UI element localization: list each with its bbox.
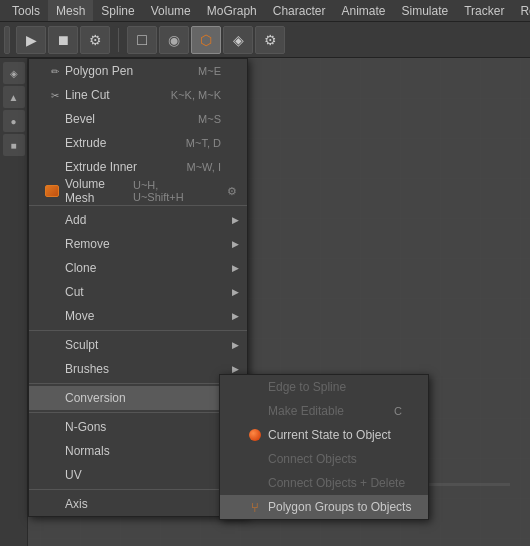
- toolbar-sep-1: [118, 28, 119, 52]
- toolbar-sphere-btn[interactable]: ◉: [159, 26, 189, 54]
- menu-mesh[interactable]: Mesh: [48, 0, 93, 21]
- submenu-polygon-groups[interactable]: ⑂ Polygon Groups to Objects: [220, 495, 428, 519]
- vol-icon: [45, 185, 59, 197]
- menu-bevel[interactable]: Bevel M~S: [29, 107, 247, 131]
- menu-tools[interactable]: Tools: [4, 0, 48, 21]
- fork-icon: ⑂: [251, 500, 259, 515]
- polygon-pen-icon: ✏: [45, 66, 65, 77]
- menu-remove[interactable]: Remove: [29, 232, 247, 256]
- sep-1: [29, 205, 247, 206]
- menu-mograph[interactable]: MoGraph: [199, 0, 265, 21]
- mesh-dropdown: ✏ Polygon Pen M~E ✂ Line Cut K~K, M~K Be…: [28, 58, 248, 517]
- toolbar-gear-btn[interactable]: ⚙: [255, 26, 285, 54]
- menu-spline[interactable]: Spline: [93, 0, 142, 21]
- sep-5: [29, 489, 247, 490]
- sep-3: [29, 383, 247, 384]
- sidebar-icon-scale[interactable]: ■: [3, 134, 25, 156]
- sidebar-icon-rotate[interactable]: ●: [3, 110, 25, 132]
- submenu-current-state[interactable]: Current State to Object: [220, 423, 428, 447]
- toolbar-hex-btn[interactable]: ⬡: [191, 26, 221, 54]
- toolbar-settings-btn[interactable]: ⚙: [80, 26, 110, 54]
- sidebar-icon-select[interactable]: ◈: [3, 62, 25, 84]
- menu-axis[interactable]: Axis: [29, 492, 247, 516]
- toolbar-diamond-btn[interactable]: ◈: [223, 26, 253, 54]
- menu-uv[interactable]: UV: [29, 463, 247, 487]
- menu-bar: Tools Mesh Spline Volume MoGraph Charact…: [0, 0, 530, 22]
- toolbar-left-panel[interactable]: [4, 26, 10, 54]
- menu-volume-mesh[interactable]: Volume Mesh U~H, U~Shift+H ⚙: [29, 179, 247, 203]
- menu-simulate[interactable]: Simulate: [394, 0, 457, 21]
- menu-polygon-pen[interactable]: ✏ Polygon Pen M~E: [29, 59, 247, 83]
- sphere-icon: [249, 429, 261, 441]
- menu-volume[interactable]: Volume: [143, 0, 199, 21]
- left-sidebar: ◈ ▲ ● ■: [0, 58, 28, 546]
- menu-add[interactable]: Add: [29, 208, 247, 232]
- sep-4: [29, 412, 247, 413]
- menu-character[interactable]: Character: [265, 0, 334, 21]
- menu-cut[interactable]: Cut: [29, 280, 247, 304]
- menu-ngons[interactable]: N-Gons: [29, 415, 247, 439]
- menu-move[interactable]: Move: [29, 304, 247, 328]
- submenu-connect-objects: Connect Objects: [220, 447, 428, 471]
- submenu-connect-delete: Connect Objects + Delete: [220, 471, 428, 495]
- menu-brushes[interactable]: Brushes: [29, 357, 247, 381]
- submenu-edge-to-spline: Edge to Spline: [220, 375, 428, 399]
- sidebar-icon-move[interactable]: ▲: [3, 86, 25, 108]
- volume-mesh-gear[interactable]: ⚙: [227, 185, 237, 198]
- line-cut-icon: ✂: [45, 90, 65, 101]
- menu-clone[interactable]: Clone: [29, 256, 247, 280]
- menu-animate[interactable]: Animate: [333, 0, 393, 21]
- toolbar-cube-btn[interactable]: □: [127, 26, 157, 54]
- menu-conversion[interactable]: Conversion: [29, 386, 247, 410]
- volume-mesh-icon: [45, 185, 65, 197]
- menu-tracker[interactable]: Tracker: [456, 0, 512, 21]
- menu-line-cut[interactable]: ✂ Line Cut K~K, M~K: [29, 83, 247, 107]
- menu-sculpt[interactable]: Sculpt: [29, 333, 247, 357]
- main-area: ◈ ▲ ● ■ ✏ Polygon Pen M~E ✂ Line Cut K~K…: [0, 58, 530, 546]
- menu-extrude[interactable]: Extrude M~T, D: [29, 131, 247, 155]
- menu-extrude-inner[interactable]: Extrude Inner M~W, I: [29, 155, 247, 179]
- submenu-make-editable: Make Editable C: [220, 399, 428, 423]
- toolbar: ▶ ⏹ ⚙ □ ◉ ⬡ ◈ ⚙: [0, 22, 530, 58]
- conversion-submenu: Edge to Spline Make Editable C Current S…: [219, 374, 429, 520]
- toolbar-play-btn[interactable]: ▶: [16, 26, 46, 54]
- menu-normals[interactable]: Normals: [29, 439, 247, 463]
- menu-render[interactable]: Render: [512, 0, 530, 21]
- sep-2: [29, 330, 247, 331]
- toolbar-stop-btn[interactable]: ⏹: [48, 26, 78, 54]
